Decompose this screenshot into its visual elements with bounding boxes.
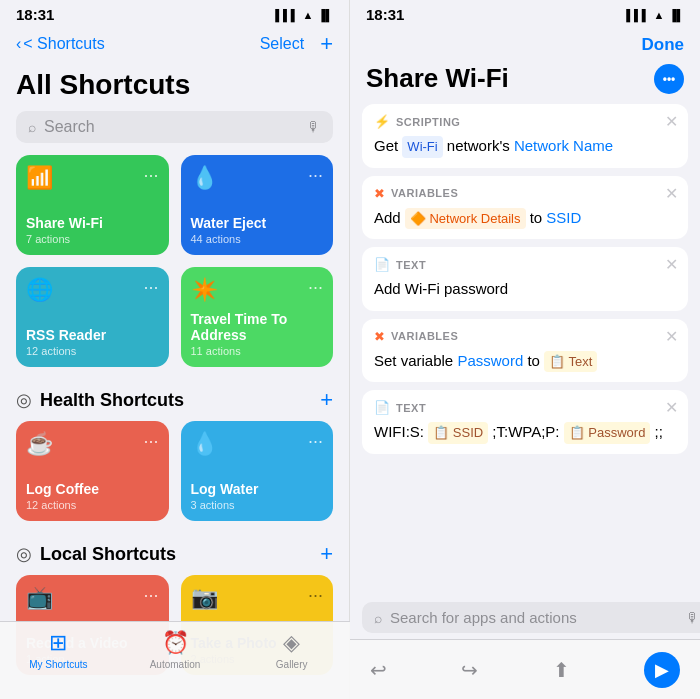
scripting-icon: ⚡: [374, 114, 390, 129]
list-item[interactable]: 💧 ··· Water Eject 44 actions: [181, 155, 334, 255]
tab-bar: ⊞ My Shortcuts ⏰ Automation ◈ Gallery: [0, 621, 350, 699]
play-icon: ▶: [655, 659, 669, 681]
password-token-2[interactable]: 📋 Password: [564, 422, 651, 444]
add-health-shortcut-button[interactable]: +: [320, 387, 333, 413]
list-item[interactable]: ☕ ··· Log Coffee 12 actions: [16, 421, 169, 521]
gallery-tab-icon: ◈: [283, 630, 300, 656]
tab-gallery[interactable]: ◈ Gallery: [233, 630, 350, 670]
right-page-title: Share Wi-Fi •••: [350, 63, 700, 104]
gallery-tab-label: Gallery: [276, 659, 308, 670]
action-text-1: 📄 TEXT ✕ Add Wi-Fi password: [362, 247, 688, 311]
card-menu-icon[interactable]: ···: [308, 165, 323, 186]
my-shortcuts-tab-label: My Shortcuts: [29, 659, 87, 670]
password-token[interactable]: Password: [457, 352, 523, 369]
close-action-button[interactable]: ✕: [665, 112, 678, 131]
add-shortcut-button[interactable]: +: [320, 31, 333, 57]
mic-icon[interactable]: 🎙: [307, 119, 321, 135]
card-menu-icon[interactable]: ···: [143, 165, 158, 186]
card-video-icon: 📺: [26, 585, 53, 611]
text-label: TEXT: [396, 259, 426, 271]
search-bar[interactable]: ⌕ Search 🎙: [16, 111, 333, 143]
close-action-button[interactable]: ✕: [665, 255, 678, 274]
right-mic-icon[interactable]: 🎙: [686, 610, 700, 626]
card-name: Share Wi-Fi: [26, 215, 159, 231]
card-menu-icon[interactable]: ···: [308, 277, 323, 298]
back-button[interactable]: ‹ < Shortcuts: [16, 35, 105, 53]
wifi-status-icon: ▲: [303, 9, 314, 21]
page-title: All Shortcuts: [0, 65, 349, 111]
local-section-icon: ◎: [16, 543, 32, 565]
left-status-bar: 18:31 ▌▌▌ ▲ ▐▌: [0, 0, 349, 27]
action-variables-1: ✖ VARIABLES ✕ Add 🔶 Network Details to S…: [362, 176, 688, 240]
card-actions: 3 actions: [191, 499, 324, 511]
section-title-row: ◎ Local Shortcuts: [16, 543, 176, 565]
close-action-button[interactable]: ✕: [665, 327, 678, 346]
card-name: RSS Reader: [26, 327, 159, 343]
variables-icon-2: ✖: [374, 329, 385, 344]
card-menu-icon[interactable]: ···: [143, 277, 158, 298]
variables-label-2: VARIABLES: [391, 330, 458, 342]
scripting-label: SCRIPTING: [396, 116, 460, 128]
text-label-2: TEXT: [396, 402, 426, 414]
nav-actions: Select +: [260, 31, 333, 57]
redo-button[interactable]: ↪: [461, 658, 478, 682]
list-item[interactable]: 📶 ··· Share Wi-Fi 7 actions: [16, 155, 169, 255]
more-options-button[interactable]: •••: [654, 64, 684, 94]
variables-header-2: ✖ VARIABLES: [374, 329, 676, 344]
close-action-button[interactable]: ✕: [665, 184, 678, 203]
card-menu-icon[interactable]: ···: [308, 431, 323, 452]
right-signal-icon: ▌▌▌: [626, 9, 649, 21]
shortcuts-scroll[interactable]: 📶 ··· Share Wi-Fi 7 actions 💧 ··· Water …: [0, 155, 349, 699]
back-label: < Shortcuts: [23, 35, 104, 53]
card-coffee-icon: ☕: [26, 431, 53, 457]
text-token[interactable]: 📋 Text: [544, 351, 597, 373]
card-name: Water Eject: [191, 215, 324, 231]
undo-button[interactable]: ↩: [370, 658, 387, 682]
card-menu-icon[interactable]: ···: [143, 431, 158, 452]
chevron-left-icon: ‹: [16, 35, 21, 53]
search-icon: ⌕: [28, 119, 36, 135]
add-local-shortcut-button[interactable]: +: [320, 541, 333, 567]
scripting-header: ⚡ SCRIPTING: [374, 114, 676, 129]
card-wifi-icon: 📶: [26, 165, 53, 191]
top-shortcuts-grid: 📶 ··· Share Wi-Fi 7 actions 💧 ··· Water …: [0, 155, 349, 379]
right-search-input[interactable]: Search for apps and actions: [390, 609, 678, 626]
select-button[interactable]: Select: [260, 35, 304, 53]
local-shortcuts-header: ◎ Local Shortcuts +: [0, 533, 349, 575]
network-name-token[interactable]: Network Name: [514, 137, 613, 154]
health-section-icon: ◎: [16, 389, 32, 411]
wifi-token[interactable]: Wi-Fi: [402, 136, 442, 158]
automation-tab-icon: ⏰: [162, 630, 189, 656]
left-panel: 18:31 ▌▌▌ ▲ ▐▌ ‹ < Shortcuts Select + Al…: [0, 0, 350, 699]
play-button[interactable]: ▶: [644, 652, 680, 688]
tab-my-shortcuts[interactable]: ⊞ My Shortcuts: [0, 630, 117, 670]
ssid-token[interactable]: SSID: [546, 209, 581, 226]
action-body: Add Wi-Fi password: [374, 278, 676, 301]
network-details-token[interactable]: 🔶 Network Details: [405, 208, 526, 230]
action-body: Set variable Password to 📋 Text: [374, 350, 676, 373]
right-search-bar[interactable]: ⌕ Search for apps and actions 🎙: [362, 602, 700, 633]
close-action-button[interactable]: ✕: [665, 398, 678, 417]
list-item[interactable]: ✴️ ··· Travel Time To Address 11 actions: [181, 267, 334, 367]
right-panel: 18:31 ▌▌▌ ▲ ▐▌ Done Share Wi-Fi ••• ⚡ SC…: [350, 0, 700, 699]
done-button[interactable]: Done: [642, 35, 685, 55]
card-menu-icon[interactable]: ···: [308, 585, 323, 606]
share-button[interactable]: ⬆: [553, 658, 570, 682]
action-text-2: 📄 TEXT ✕ WIFI:S: 📋 SSID ;T:WPA;P: 📋 Pass…: [362, 390, 688, 454]
card-globe-icon: 🌐: [26, 277, 53, 303]
tab-automation[interactable]: ⏰ Automation: [117, 630, 234, 670]
action-variables-2: ✖ VARIABLES ✕ Set variable Password to 📋…: [362, 319, 688, 383]
ssid-token-2[interactable]: 📋 SSID: [428, 422, 488, 444]
search-input[interactable]: Search: [44, 118, 299, 136]
left-nav-bar: ‹ < Shortcuts Select +: [0, 27, 349, 65]
variables-label: VARIABLES: [391, 187, 458, 199]
list-item[interactable]: 🌐 ··· RSS Reader 12 actions: [16, 267, 169, 367]
text-icon: 📄: [374, 257, 390, 272]
card-menu-icon[interactable]: ···: [143, 585, 158, 606]
my-shortcuts-tab-icon: ⊞: [49, 630, 67, 656]
action-body: Add 🔶 Network Details to SSID: [374, 207, 676, 230]
right-location-icon: ▲: [654, 9, 665, 21]
text-header: 📄 TEXT: [374, 257, 676, 272]
list-item[interactable]: 💧 ··· Log Water 3 actions: [181, 421, 334, 521]
ellipsis-icon: •••: [663, 72, 676, 86]
